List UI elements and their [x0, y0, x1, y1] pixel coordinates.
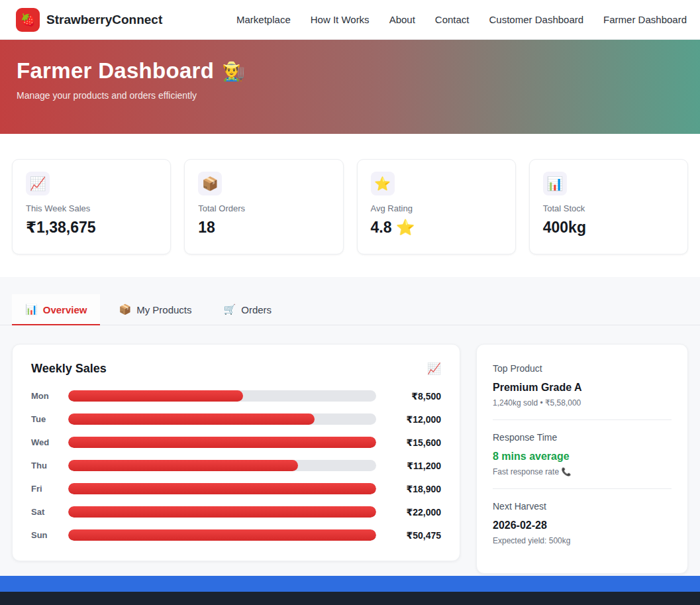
sales-bar-row: Fri₹18,900 — [31, 483, 441, 494]
bar-day-label: Wed — [31, 437, 59, 447]
page-subtitle: Manage your products and orders efficien… — [17, 90, 700, 101]
brand-name: StrawberryConnect — [46, 13, 162, 27]
response-time-value: 8 mins average — [493, 451, 672, 463]
bar-track — [68, 506, 376, 518]
tab-icon: 📊 — [25, 303, 38, 315]
weekly-sales-panel: Weekly Sales 📈 Mon₹8,500Tue₹12,000Wed₹15… — [12, 344, 460, 561]
tab-orders[interactable]: 🛒Orders — [211, 294, 285, 325]
bar-track — [68, 483, 376, 494]
stat-card-total-orders: 📦Total Orders18 — [184, 159, 343, 254]
stats-row: 📈This Week Sales₹1,38,675📦Total Orders18… — [12, 159, 688, 254]
next-harvest-heading: Next Harvest — [493, 501, 672, 512]
stat-icon: 📈 — [26, 172, 50, 195]
sales-bar-row: Mon₹8,500 — [31, 390, 441, 402]
bar-fill — [68, 390, 243, 402]
bar-fill — [68, 437, 376, 448]
stat-label: This Week Sales — [26, 203, 157, 213]
bar-value-label: ₹15,600 — [385, 437, 441, 448]
top-product-name: Premium Grade A — [493, 382, 672, 394]
bar-day-label: Thu — [31, 461, 59, 470]
stat-label: Total Orders — [198, 203, 329, 213]
bar-fill — [68, 413, 315, 425]
response-time-heading: Response Time — [493, 432, 672, 443]
next-harvest-date: 2026-02-28 — [493, 520, 672, 531]
top-product-heading: Top Product — [493, 363, 672, 374]
tab-label: My Products — [136, 304, 191, 315]
tab-overview[interactable]: 📊Overview — [12, 294, 100, 325]
nav-link-how-it-works[interactable]: How It Works — [311, 14, 370, 25]
next-harvest-section: Next Harvest 2026-02-28 Expected yield: … — [493, 488, 672, 557]
stat-label: Total Stock — [543, 203, 674, 213]
stat-icon: ⭐ — [371, 172, 395, 195]
bar-value-label: ₹11,200 — [385, 461, 441, 471]
bar-value-label: ₹12,000 — [385, 414, 441, 425]
response-time-section: Response Time 8 mins average Fast respon… — [493, 419, 672, 488]
nav-link-customer-dashboard[interactable]: Customer Dashboard — [489, 14, 584, 25]
stat-value: 400kg — [543, 219, 674, 237]
bar-fill — [68, 483, 376, 494]
stat-icon: 📊 — [543, 172, 567, 195]
bar-track — [68, 529, 376, 541]
stat-value: 18 — [198, 219, 329, 237]
stat-card-this-week-sales: 📈This Week Sales₹1,38,675 — [12, 159, 171, 254]
stat-value: ₹1,38,675 — [26, 219, 157, 237]
bar-value-label: ₹8,500 — [385, 391, 441, 402]
bar-day-label: Fri — [31, 484, 59, 494]
bar-value-label: ₹50,475 — [385, 530, 441, 541]
bar-track — [68, 460, 376, 471]
top-product-detail: 1,240kg sold • ₹5,58,000 — [493, 398, 672, 408]
bar-value-label: ₹18,900 — [385, 484, 441, 494]
nav-links: MarketplaceHow It WorksAboutContactCusto… — [236, 14, 687, 25]
bar-track — [68, 413, 376, 425]
bar-day-label: Sun — [31, 530, 59, 540]
sales-bar-row: Thu₹11,200 — [31, 460, 441, 471]
trend-up-icon: 📈 — [427, 362, 441, 376]
strawberry-logo-icon: 🍓 — [16, 8, 40, 32]
farmer-emoji-icon: 👨‍🌾 — [222, 60, 245, 82]
weekly-sales-title: Weekly Sales — [31, 362, 107, 376]
bar-fill — [68, 529, 376, 541]
nav-link-marketplace[interactable]: Marketplace — [236, 14, 291, 25]
sales-bar-row: Sun₹50,475 — [31, 529, 441, 541]
tab-label: Orders — [241, 304, 272, 315]
tab-label: Overview — [43, 304, 87, 315]
page-title: Farmer Dashboard — [17, 58, 214, 83]
bar-day-label: Mon — [31, 391, 59, 401]
tab-my-products[interactable]: 📦My Products — [105, 294, 205, 325]
bar-track — [68, 390, 376, 402]
tab-icon: 🛒 — [224, 303, 236, 315]
stats-section: 📈This Week Sales₹1,38,675📦Total Orders18… — [0, 134, 700, 277]
dashboard-tabs: 📊Overview📦My Products🛒Orders — [0, 294, 700, 325]
bar-day-label: Tue — [31, 414, 59, 424]
hero-banner: Farmer Dashboard 👨‍🌾 Manage your product… — [0, 40, 700, 134]
stat-card-total-stock: 📊Total Stock400kg — [529, 159, 688, 254]
bar-fill — [68, 460, 298, 471]
nav-link-about[interactable]: About — [389, 14, 415, 25]
summary-side-panel: Top Product Premium Grade A 1,240kg sold… — [476, 344, 688, 574]
stat-value: 4.8 ⭐ — [371, 219, 502, 237]
tab-icon: 📦 — [119, 303, 131, 315]
nav-link-farmer-dashboard[interactable]: Farmer Dashboard — [603, 14, 687, 25]
nav-link-contact[interactable]: Contact — [435, 14, 470, 25]
response-time-detail: Fast response rate 📞 — [493, 467, 672, 476]
footer-dark-bar — [0, 592, 700, 605]
next-harvest-detail: Expected yield: 500kg — [493, 536, 672, 545]
sales-bar-row: Sat₹22,000 — [31, 506, 441, 518]
bar-day-label: Sat — [31, 507, 59, 517]
footer — [0, 576, 700, 605]
bar-fill — [68, 506, 376, 518]
top-product-section: Top Product Premium Grade A 1,240kg sold… — [493, 360, 672, 419]
stat-icon: 📦 — [198, 172, 222, 195]
stat-card-avg-rating: ⭐Avg Rating4.8 ⭐ — [357, 159, 516, 254]
top-navbar: 🍓 StrawberryConnect MarketplaceHow It Wo… — [0, 0, 700, 40]
sales-bar-row: Tue₹12,000 — [31, 413, 441, 425]
footer-accent-bar — [0, 576, 700, 592]
main-content: Weekly Sales 📈 Mon₹8,500Tue₹12,000Wed₹15… — [0, 325, 700, 574]
bar-value-label: ₹22,000 — [385, 507, 441, 518]
sales-bar-row: Wed₹15,600 — [31, 437, 441, 448]
bar-track — [68, 437, 376, 448]
stat-label: Avg Rating — [371, 203, 502, 213]
weekly-sales-chart: Mon₹8,500Tue₹12,000Wed₹15,600Thu₹11,200F… — [31, 390, 441, 541]
brand[interactable]: 🍓 StrawberryConnect — [16, 8, 162, 32]
